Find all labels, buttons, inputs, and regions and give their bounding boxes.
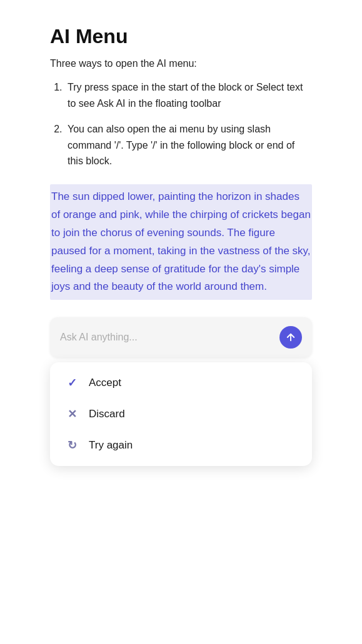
retry-icon: ↺ (65, 438, 79, 452)
highlighted-paragraph: The sun dipped lower, painting the horiz… (50, 184, 312, 300)
accept-label: Accept (89, 377, 121, 389)
actions-menu: ✓ Accept ✕ Discard ↺ Try again (50, 362, 312, 466)
accept-action[interactable]: ✓ Accept (50, 367, 312, 399)
retry-action[interactable]: ↺ Try again (50, 430, 312, 461)
ai-input-placeholder[interactable]: Ask AI anything... (60, 332, 138, 343)
retry-label: Try again (89, 439, 133, 452)
subtitle: Three ways to open the AI menu: (50, 58, 312, 69)
discard-icon: ✕ (65, 407, 79, 421)
discard-action[interactable]: ✕ Discard (50, 399, 312, 430)
send-icon (285, 332, 296, 343)
accept-icon: ✓ (65, 376, 79, 390)
ai-input-area: Ask AI anything... (50, 317, 312, 357)
instruction-item-2: You can also open the ai menu by using s… (65, 121, 312, 169)
instructions-list: Try press space in the start of the bloc… (50, 79, 312, 169)
instruction-item-1: Try press space in the start of the bloc… (65, 79, 312, 111)
page-title: AI Menu (50, 25, 312, 48)
discard-label: Discard (89, 408, 125, 420)
ai-submit-button[interactable] (279, 326, 302, 349)
